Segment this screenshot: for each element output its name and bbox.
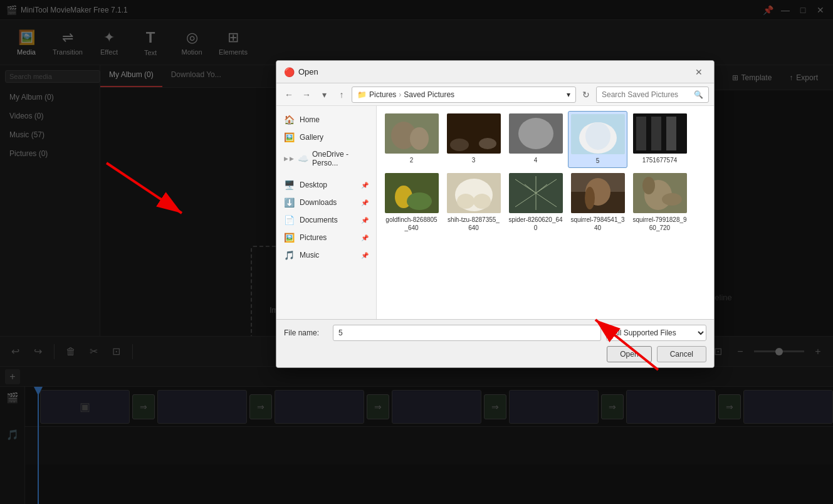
- expand-icon: ▶: [290, 155, 294, 162]
- svg-point-30: [457, 194, 474, 209]
- desktop-icon: 🖥️: [284, 180, 295, 190]
- dialog-nav-downloads[interactable]: ⬇️ Downloads 📌: [276, 194, 376, 211]
- search-input[interactable]: [602, 90, 691, 99]
- svg-point-31: [473, 194, 491, 209]
- dialog-nav-pictures[interactable]: 🖼️ Pictures 📌: [276, 229, 376, 246]
- desktop-label: Desktop: [300, 181, 327, 189]
- dialog-title-left: 🔴 Open: [284, 67, 318, 77]
- dropdown-button[interactable]: ▾: [317, 87, 332, 102]
- pin-icon-documents: 📌: [361, 217, 369, 224]
- dialog-nav-onedrive[interactable]: ▶ ☁️ OneDrive - Perso...: [276, 146, 376, 171]
- breadcrumb-dropdown-icon[interactable]: ▾: [567, 90, 570, 99]
- open-dialog: 🔴 Open ✕ ← → ▾ ↑ 📁 Pictures › Saved Pict…: [276, 60, 715, 368]
- file-name-2: 2: [410, 156, 414, 164]
- svg-point-2: [410, 127, 429, 150]
- cancel-button[interactable]: Cancel: [657, 346, 706, 362]
- svg-point-27: [407, 192, 432, 210]
- dialog-nav-documents[interactable]: 📄 Documents 📌: [276, 211, 376, 229]
- file-thumb-3: [447, 113, 501, 154]
- pictures-icon: 🖼️: [284, 233, 295, 243]
- home-label: Home: [300, 115, 320, 124]
- onedrive-label: OneDrive - Perso...: [312, 150, 369, 167]
- dialog-title: Open: [298, 67, 318, 76]
- file-name-squirrel2: squirrel-7991828_960_720: [632, 216, 687, 232]
- dialog-body: 🏠 Home 🖼️ Gallery ▶ ☁️ OneDrive - Perso.…: [276, 106, 714, 319]
- svg-rect-19: [647, 117, 650, 150]
- dialog-nav-desktop[interactable]: 🖥️ Desktop 📌: [276, 176, 376, 194]
- svg-point-14: [585, 122, 610, 150]
- file-item-spider[interactable]: spider-8260620_640: [506, 171, 565, 234]
- dialog-nav: ← → ▾ ↑ 📁 Pictures › Saved Pictures ▾ ↻ …: [276, 83, 714, 106]
- breadcrumb-bar[interactable]: 📁 Pictures › Saved Pictures ▾: [352, 87, 576, 103]
- file-thumb-2: [385, 113, 439, 154]
- svg-rect-23: [678, 117, 680, 150]
- file-item-2[interactable]: 2: [382, 111, 441, 168]
- file-thumb-4: [509, 113, 563, 154]
- back-button[interactable]: ←: [281, 87, 296, 102]
- file-name-squirrel1: squirrel-7984541_340: [570, 216, 625, 232]
- file-name-3: 3: [472, 156, 476, 164]
- music-icon: 🎵: [284, 250, 295, 260]
- downloads-label: Downloads: [300, 198, 337, 207]
- file-name-spider: spider-8260620_640: [508, 216, 563, 232]
- dialog-app-icon: 🔴: [284, 67, 295, 77]
- file-item-squirrel2[interactable]: squirrel-7991828_960_720: [630, 171, 689, 234]
- file-item-video[interactable]: 1751677574: [630, 111, 689, 168]
- pin-icon-pictures: 📌: [361, 234, 369, 241]
- file-item-goldfinch[interactable]: goldfinch-8268805_640: [382, 171, 441, 234]
- file-item-5[interactable]: 5: [568, 111, 627, 168]
- file-item-3[interactable]: 3: [444, 111, 503, 168]
- dialog-titlebar: 🔴 Open ✕: [276, 61, 714, 83]
- breadcrumb-sep: ›: [399, 90, 401, 99]
- file-name-goldfinch: goldfinch-8268805_640: [384, 216, 439, 232]
- open-button[interactable]: Open: [607, 346, 651, 362]
- svg-point-44: [585, 187, 595, 209]
- file-item-squirrel1[interactable]: squirrel-7984541_340: [568, 171, 627, 234]
- file-thumb-spider: [509, 173, 563, 213]
- file-name-4: 4: [534, 156, 538, 164]
- forward-button[interactable]: →: [299, 87, 314, 102]
- breadcrumb-folder-icon: 📁: [357, 90, 367, 99]
- filename-label: File name:: [284, 328, 328, 337]
- filename-row: File name: All Supported Files: [284, 325, 706, 341]
- breadcrumb-pictures: Pictures: [369, 90, 396, 99]
- file-name-video: 1751677574: [642, 156, 678, 164]
- file-name-5: 5: [596, 157, 600, 165]
- up-button[interactable]: ↑: [334, 87, 349, 102]
- svg-point-7: [479, 138, 496, 149]
- home-icon: 🏠: [284, 115, 295, 125]
- file-item-shih-tzu[interactable]: shih-tzu-8287355_640: [444, 171, 503, 234]
- dialog-sidebar: 🏠 Home 🖼️ Gallery ▶ ☁️ OneDrive - Perso.…: [276, 106, 377, 319]
- dialog-buttons: Open Cancel: [284, 346, 706, 362]
- pin-icon-desktop: 📌: [361, 182, 369, 189]
- svg-rect-21: [663, 117, 665, 150]
- dialog-nav-gallery[interactable]: 🖼️ Gallery: [276, 129, 376, 146]
- file-item-4[interactable]: 4: [506, 111, 565, 168]
- filename-input[interactable]: [333, 325, 601, 341]
- search-box: 🔍: [596, 87, 709, 103]
- dialog-nav-music[interactable]: 🎵 Music 📌: [276, 246, 376, 264]
- documents-icon: 📄: [284, 215, 295, 225]
- music-sidebar-label: Music: [300, 251, 319, 260]
- dialog-close-button[interactable]: ✕: [691, 65, 706, 80]
- svg-rect-18: [636, 117, 646, 150]
- documents-label: Documents: [300, 216, 338, 224]
- gallery-label: Gallery: [300, 133, 323, 142]
- pictures-label: Pictures: [300, 233, 327, 242]
- pin-icon-downloads: 📌: [361, 199, 369, 206]
- file-thumb-goldfinch: [385, 173, 439, 213]
- dialog-overlay: 🔴 Open ✕ ← → ▾ ↑ 📁 Pictures › Saved Pict…: [0, 0, 833, 504]
- file-name-shih-tzu: shih-tzu-8287355_640: [446, 216, 501, 232]
- svg-point-50: [662, 193, 682, 206]
- svg-point-9: [518, 118, 553, 149]
- file-thumb-5: [571, 114, 625, 154]
- dialog-nav-home[interactable]: 🏠 Home: [276, 111, 376, 129]
- svg-rect-20: [651, 117, 661, 150]
- pin-icon-music: 📌: [361, 252, 369, 259]
- downloads-icon: ⬇️: [284, 197, 295, 207]
- svg-point-6: [450, 139, 469, 151]
- onedrive-icon: ☁️: [298, 154, 308, 164]
- file-thumb-squirrel1: [571, 173, 625, 213]
- refresh-button[interactable]: ↻: [579, 87, 594, 102]
- filetype-select[interactable]: All Supported Files: [606, 325, 706, 341]
